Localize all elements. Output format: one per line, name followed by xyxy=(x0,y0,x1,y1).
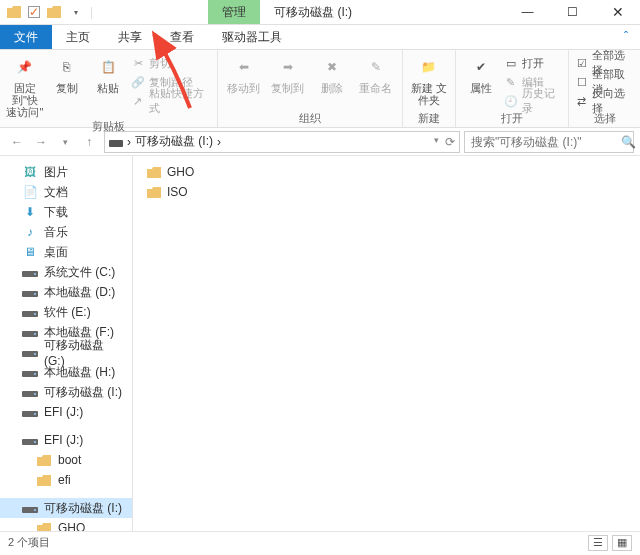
properties-button[interactable]: ✔属性 xyxy=(462,52,500,94)
ribbon: 📌固定到"快 速访问" ⎘复制 📋粘贴 ✂剪切 🔗复制路径 ↗粘贴快捷方式 剪贴… xyxy=(0,50,640,128)
dropdown-icon[interactable]: ▾ xyxy=(68,4,84,20)
group-label: 组织 xyxy=(224,110,396,126)
tab-share[interactable]: 共享 xyxy=(104,25,156,49)
select-all-icon: ☑ xyxy=(575,56,588,70)
sidebar-item-label: 文档 xyxy=(44,184,68,201)
breadcrumb-sep: › xyxy=(127,135,131,149)
new-folder-button[interactable]: 📁新建 文件夹 xyxy=(409,52,449,106)
sidebar-item[interactable]: 📄文档 xyxy=(0,182,132,202)
delete-icon: ✖ xyxy=(319,54,345,80)
sidebar-item-label: 可移动磁盘 (I:) xyxy=(44,384,122,401)
sidebar-item[interactable]: 🖼图片 xyxy=(0,162,132,182)
rename-button[interactable]: ✎重命名 xyxy=(356,52,396,94)
context-tab-manage[interactable]: 管理 xyxy=(208,0,260,24)
tab-view[interactable]: 查看 xyxy=(156,25,208,49)
drive-icon xyxy=(22,265,38,279)
quick-access-toolbar: ✓ ▾ | xyxy=(0,4,93,20)
delete-button[interactable]: ✖删除 xyxy=(312,52,352,94)
sidebar-item[interactable]: ♪音乐 xyxy=(0,222,132,242)
search-icon[interactable]: 🔍 xyxy=(621,135,636,149)
minimize-button[interactable]: — xyxy=(505,0,550,25)
properties-icon: ✔ xyxy=(468,54,494,80)
sidebar-item[interactable]: EFI (J:) xyxy=(0,430,132,450)
sidebar-item-label: EFI (J:) xyxy=(44,405,83,419)
cut-button[interactable]: ✂剪切 xyxy=(131,54,210,72)
svg-point-14 xyxy=(34,393,36,395)
copy-to-button[interactable]: ➡复制到 xyxy=(268,52,308,94)
ribbon-group-open: ✔属性 ▭打开 ✎编辑 🕘历史记录 打开 xyxy=(456,50,569,127)
sidebar-item-label: 图片 xyxy=(44,164,68,181)
shortcut-icon: ↗ xyxy=(131,94,144,108)
paste-shortcut-button[interactable]: ↗粘贴快捷方式 xyxy=(131,92,210,110)
dropdown-icon[interactable]: ▾ xyxy=(434,135,439,149)
sidebar-item[interactable]: boot xyxy=(0,450,132,470)
drive-icon xyxy=(22,345,38,359)
cut-icon: ✂ xyxy=(131,56,145,70)
svg-point-18 xyxy=(34,441,36,443)
open-icon: ▭ xyxy=(504,56,518,70)
file-item[interactable]: GHO xyxy=(143,162,630,182)
maximize-button[interactable]: ☐ xyxy=(550,0,595,25)
drive-icon xyxy=(109,137,123,147)
sidebar-item[interactable]: 本地磁盘 (D:) xyxy=(0,282,132,302)
svg-point-8 xyxy=(34,333,36,335)
pin-button[interactable]: 📌固定到"快 速访问" xyxy=(6,52,44,118)
navigation-pane[interactable]: 🖼图片📄文档⬇下载♪音乐🖥桌面系统文件 (C:)本地磁盘 (D:)软件 (E:)… xyxy=(0,156,133,531)
sidebar-item-label: 音乐 xyxy=(44,224,68,241)
history-button[interactable]: 🕘历史记录 xyxy=(504,92,563,110)
dl-icon: ⬇ xyxy=(22,205,38,219)
sidebar-item[interactable]: 系统文件 (C:) xyxy=(0,262,132,282)
sidebar-item-label: 可移动磁盘 (I:) xyxy=(44,500,122,517)
file-list[interactable]: GHOISO xyxy=(133,156,640,531)
sidebar-item[interactable]: 本地磁盘 (H:) xyxy=(0,362,132,382)
sidebar-item[interactable]: efi xyxy=(0,470,132,490)
sidebar-item-label: efi xyxy=(58,473,71,487)
sidebar-item[interactable]: 软件 (E:) xyxy=(0,302,132,322)
invert-selection-button[interactable]: ⇄反向选择 xyxy=(575,92,634,110)
close-button[interactable]: ✕ xyxy=(595,0,640,25)
file-item[interactable]: ISO xyxy=(143,182,630,202)
move-to-button[interactable]: ⬅移动到 xyxy=(224,52,264,94)
icons-view-button[interactable]: ▦ xyxy=(612,535,632,551)
svg-point-4 xyxy=(34,293,36,295)
drive-icon xyxy=(22,305,38,319)
checkbox-icon[interactable]: ✓ xyxy=(28,6,40,18)
search-box[interactable]: 🔍 xyxy=(464,131,634,153)
sidebar-item[interactable]: EFI (J:) xyxy=(0,402,132,422)
folder-icon xyxy=(147,167,161,178)
tab-home[interactable]: 主页 xyxy=(52,25,104,49)
tab-file[interactable]: 文件 xyxy=(0,25,52,49)
paste-button[interactable]: 📋粘贴 xyxy=(90,52,128,94)
title-bar: ✓ ▾ | 管理 可移动磁盘 (I:) — ☐ ✕ xyxy=(0,0,640,25)
status-bar: 2 个项目 ☰ ▦ xyxy=(0,531,640,553)
desktop-icon: 🖥 xyxy=(22,245,38,259)
tab-drive-tools[interactable]: 驱动器工具 xyxy=(208,25,296,49)
group-label: 选择 xyxy=(575,110,634,126)
sidebar-item[interactable]: 🖥桌面 xyxy=(0,242,132,262)
music-icon: ♪ xyxy=(22,225,38,239)
window-title: 可移动磁盘 (I:) xyxy=(260,0,366,24)
sidebar-item-label: boot xyxy=(58,453,81,467)
sidebar-item-label: 软件 (E:) xyxy=(44,304,91,321)
sidebar-item[interactable]: GHO xyxy=(0,518,132,531)
refresh-icon[interactable]: ⟳ xyxy=(445,135,455,149)
file-name: ISO xyxy=(167,185,188,199)
sidebar-item-label: 本地磁盘 (H:) xyxy=(44,364,115,381)
paste-icon: 📋 xyxy=(95,54,121,80)
open-button[interactable]: ▭打开 xyxy=(504,54,563,72)
breadcrumb[interactable]: 可移动磁盘 (I:) xyxy=(135,133,213,150)
new-folder-icon: 📁 xyxy=(416,54,442,80)
search-input[interactable] xyxy=(471,135,621,149)
sidebar-item[interactable]: ⬇下载 xyxy=(0,202,132,222)
path-icon: 🔗 xyxy=(131,75,145,89)
sidebar-item[interactable]: 可移动磁盘 (G:) xyxy=(0,342,132,362)
details-view-button[interactable]: ☰ xyxy=(588,535,608,551)
file-name: GHO xyxy=(167,165,194,179)
collapse-ribbon-button[interactable]: ˆ xyxy=(612,25,640,49)
drive-icon xyxy=(22,501,38,515)
ribbon-tabs: 文件 主页 共享 查看 驱动器工具 ˆ xyxy=(0,25,640,50)
sidebar-item[interactable]: 可移动磁盘 (I:) xyxy=(0,498,132,518)
sidebar-item[interactable]: 可移动磁盘 (I:) xyxy=(0,382,132,402)
copy-button[interactable]: ⎘复制 xyxy=(48,52,86,94)
svg-point-10 xyxy=(34,353,36,355)
